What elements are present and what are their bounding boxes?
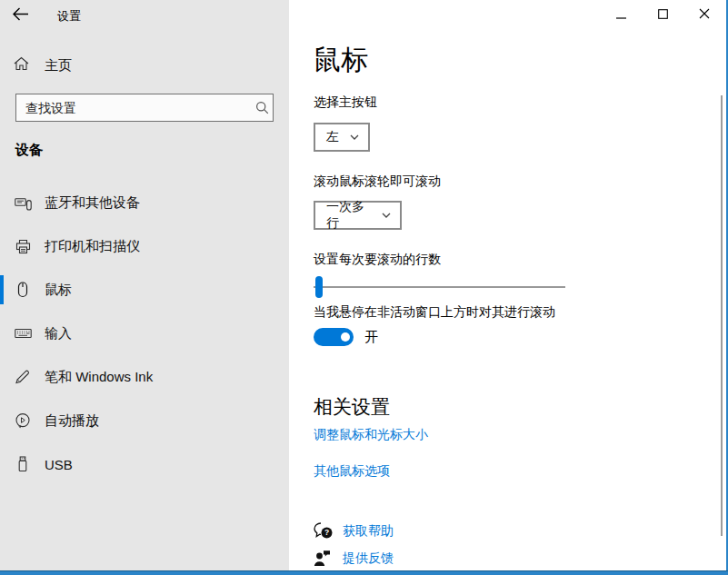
printer-icon (14, 237, 32, 255)
sidebar-item-home[interactable]: 主页 (0, 47, 289, 84)
feedback-icon (314, 550, 335, 567)
app-title: 设置 (57, 8, 81, 25)
toggle-knob (341, 332, 350, 342)
scroll-wheel-dropdown[interactable]: 一次多行 (314, 201, 402, 230)
sidebar-item-label: 鼠标 (45, 282, 72, 299)
sidebar: 设置 主页 设备 蓝牙和其他设备 打印机和扫描仪 (0, 0, 289, 570)
dropdown-value: 左 (326, 129, 339, 145)
search-box (15, 94, 274, 122)
back-arrow-icon (12, 9, 30, 25)
sidebar-item-label: 打印机和扫描仪 (45, 238, 140, 255)
autoplay-icon (14, 411, 32, 430)
additional-mouse-options-link[interactable]: 其他鼠标选项 (314, 463, 390, 480)
adjust-mouse-cursor-size-link[interactable]: 调整鼠标和光标大小 (314, 427, 428, 443)
sidebar-item-label: 主页 (45, 57, 72, 74)
home-icon (14, 56, 32, 74)
scroll-wheel-label: 滚动鼠标滚轮即可滚动 (314, 173, 441, 190)
page-title: 鼠标 (314, 42, 368, 79)
sidebar-item-autoplay[interactable]: 自动播放 (0, 402, 289, 439)
search-input[interactable] (16, 101, 251, 115)
sidebar-item-typing[interactable]: 输入 (0, 315, 289, 352)
usb-icon (14, 455, 32, 473)
minimize-icon (616, 8, 626, 22)
sidebar-section-header: 设备 (15, 142, 43, 159)
get-help-label: 获取帮助 (343, 523, 394, 540)
maximize-icon (658, 8, 668, 22)
sidebar-item-label: 自动播放 (45, 412, 99, 430)
pen-icon (14, 368, 32, 386)
sidebar-item-bluetooth-devices[interactable]: 蓝牙和其他设备 (0, 184, 289, 221)
related-settings-heading: 相关设置 (314, 394, 390, 420)
taskbar-edge[interactable] (0, 570, 728, 575)
main-content: 鼠标 选择主按钮 左 滚动鼠标滚轮即可滚动 一次多行 设置每次要滚动的行数 当我… (289, 0, 726, 570)
scroll-lines-slider-thumb[interactable] (315, 276, 323, 298)
sidebar-item-label: USB (45, 457, 73, 472)
inactive-windows-label: 当我悬停在非活动窗口上方时对其进行滚动 (314, 304, 555, 321)
keyboard-icon (14, 324, 32, 342)
search-icon[interactable] (251, 101, 273, 114)
close-button[interactable] (683, 0, 725, 29)
toggle-state-text: 开 (364, 329, 378, 346)
sidebar-item-printers-scanners[interactable]: 打印机和扫描仪 (0, 228, 289, 264)
sidebar-item-label: 输入 (45, 325, 72, 342)
maximize-button[interactable] (642, 0, 683, 29)
give-feedback-label: 提供反馈 (343, 550, 394, 567)
primary-button-label: 选择主按钮 (314, 94, 377, 111)
chevron-down-icon (350, 134, 359, 140)
primary-button-dropdown[interactable]: 左 (314, 123, 370, 152)
sidebar-item-pen-windows-ink[interactable]: 笔和 Windows Ink (0, 359, 289, 395)
back-button[interactable] (12, 6, 32, 23)
mouse-icon (14, 281, 32, 299)
dropdown-value: 一次多行 (326, 199, 371, 232)
chevron-down-icon (382, 213, 391, 218)
window-controls (600, 0, 725, 29)
help-icon: ? (314, 522, 335, 540)
vertical-scrollbar[interactable] (721, 95, 723, 536)
inactive-windows-toggle[interactable] (314, 328, 354, 346)
sidebar-item-label: 笔和 Windows Ink (45, 369, 153, 386)
scroll-lines-label: 设置每次要滚动的行数 (314, 252, 441, 268)
minimize-button[interactable] (600, 0, 642, 29)
close-icon (699, 8, 710, 22)
devices-icon (14, 193, 32, 212)
sidebar-item-label: 蓝牙和其他设备 (45, 194, 140, 212)
get-help-link[interactable]: ? 获取帮助 (314, 522, 394, 540)
give-feedback-link[interactable]: 提供反馈 (314, 550, 394, 567)
svg-text:?: ? (324, 528, 329, 537)
sidebar-item-mouse[interactable]: 鼠标 (0, 272, 289, 308)
settings-window: 设置 主页 设备 蓝牙和其他设备 打印机和扫描仪 (0, 0, 728, 575)
sidebar-item-usb[interactable]: USB (0, 446, 289, 482)
scroll-lines-slider-track[interactable] (314, 286, 565, 288)
